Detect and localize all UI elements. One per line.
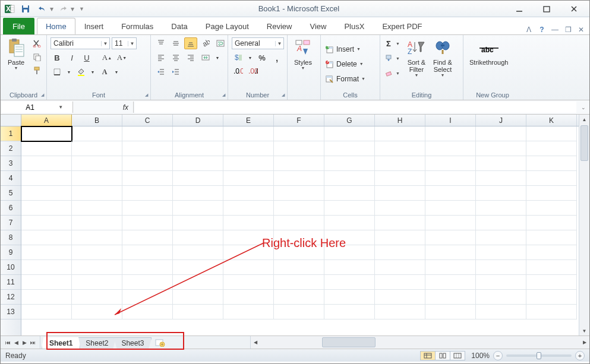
cell[interactable] [274, 171, 324, 186]
cell[interactable] [425, 171, 476, 186]
cell[interactable] [173, 260, 223, 275]
cell[interactable] [122, 171, 173, 186]
cell[interactable] [425, 275, 476, 290]
cell[interactable] [476, 216, 526, 230]
cell[interactable] [526, 156, 577, 171]
cell[interactable] [375, 245, 425, 260]
decrease-font-button[interactable]: A▼ [115, 52, 128, 64]
align-top-button[interactable] [154, 37, 168, 49]
cell[interactable] [375, 230, 425, 245]
cell[interactable] [526, 186, 577, 201]
copy-button[interactable] [30, 51, 43, 63]
autosum-button[interactable]: Σ▼ [384, 37, 400, 49]
align-middle-button[interactable] [169, 37, 182, 49]
cell[interactable] [223, 201, 274, 216]
cell[interactable] [173, 186, 223, 201]
cell[interactable] [122, 156, 173, 171]
cell[interactable] [324, 186, 375, 201]
insert-cells-button[interactable]: + Insert▼ [324, 43, 361, 55]
cell[interactable] [425, 201, 476, 216]
row-header[interactable]: 7 [1, 216, 21, 230]
cell[interactable] [476, 141, 526, 156]
cell[interactable] [223, 141, 274, 156]
sheet-tab-3[interactable]: Sheet3 [113, 337, 152, 349]
horizontal-scrollbar[interactable]: ◀ ▶ [250, 336, 589, 349]
save-button[interactable] [18, 3, 33, 15]
normal-view-button[interactable] [420, 351, 436, 360]
cell[interactable] [122, 201, 173, 216]
cell[interactable] [72, 230, 122, 245]
strikethrough-button[interactable]: abc Strikethrough [467, 37, 510, 67]
font-color-button[interactable]: A [98, 66, 111, 78]
cell[interactable] [274, 260, 324, 275]
row-header[interactable]: 4 [1, 171, 21, 186]
expand-formula-bar-icon[interactable]: ⌄ [578, 100, 589, 114]
row-header[interactable]: 5 [1, 186, 21, 201]
cell[interactable] [324, 305, 375, 319]
cell[interactable] [274, 216, 324, 230]
comma-button[interactable]: , [270, 52, 283, 64]
cell[interactable] [526, 201, 577, 216]
cell[interactable] [274, 156, 324, 171]
format-cells-button[interactable]: Format▼ [324, 73, 365, 85]
align-bottom-button[interactable] [184, 37, 197, 49]
undo-button[interactable] [35, 3, 49, 15]
cell[interactable] [21, 275, 72, 290]
increase-decimal-button[interactable]: .0.00 [232, 66, 245, 78]
zoom-slider[interactable] [506, 354, 572, 357]
cell[interactable] [375, 290, 425, 305]
help-icon[interactable]: ? [537, 25, 547, 34]
cell[interactable] [324, 216, 375, 230]
sheet-prev-icon[interactable]: ◀ [12, 340, 20, 346]
cell[interactable] [21, 216, 72, 230]
decrease-indent-button[interactable] [154, 66, 168, 78]
cell[interactable] [122, 230, 173, 245]
cell[interactable] [375, 141, 425, 156]
cut-button[interactable] [30, 37, 43, 49]
row-header[interactable]: 13 [1, 305, 21, 319]
cell[interactable] [72, 305, 122, 319]
name-box[interactable]: ▼ [2, 102, 73, 113]
tab-insert[interactable]: Insert [75, 18, 113, 34]
cell[interactable] [375, 126, 425, 141]
cell[interactable] [476, 126, 526, 141]
chevron-down-icon[interactable]: ▼ [58, 105, 67, 110]
file-tab[interactable]: File [3, 18, 34, 34]
row-header[interactable]: 9 [1, 245, 21, 260]
row-header[interactable]: 10 [1, 260, 21, 275]
column-header[interactable]: D [173, 115, 223, 126]
cell[interactable] [274, 305, 324, 319]
cell[interactable] [122, 216, 173, 230]
cell[interactable] [375, 186, 425, 201]
cell[interactable] [173, 141, 223, 156]
cell[interactable] [526, 216, 577, 230]
accounting-format-button[interactable]: $ [232, 52, 245, 64]
cell[interactable] [476, 290, 526, 305]
zoom-out-button[interactable]: − [493, 351, 503, 360]
row-header[interactable]: 12 [1, 290, 21, 305]
tab-review[interactable]: Review [258, 18, 301, 34]
increase-indent-button[interactable] [169, 66, 182, 78]
align-center-button[interactable] [169, 52, 182, 64]
cell[interactable] [425, 216, 476, 230]
select-all-corner[interactable] [1, 115, 21, 126]
cell[interactable] [173, 171, 223, 186]
cell[interactable] [173, 245, 223, 260]
vertical-scrollbar[interactable]: ▲ ▼ [579, 115, 589, 335]
cell[interactable] [173, 275, 223, 290]
bold-button[interactable]: B [51, 52, 64, 64]
column-header[interactable]: B [72, 115, 122, 126]
cell[interactable] [72, 126, 122, 141]
row-header[interactable]: 6 [1, 201, 21, 216]
qat-customize-icon[interactable]: ▼ [79, 6, 84, 12]
fill-color-button[interactable] [74, 66, 87, 78]
delete-cells-button[interactable]: × Delete▼ [324, 58, 364, 70]
cell[interactable] [122, 290, 173, 305]
cell[interactable] [122, 141, 173, 156]
cell[interactable] [526, 245, 577, 260]
sheet-tab-1[interactable]: Sheet1 [42, 337, 80, 349]
chevron-down-icon[interactable]: ▼ [247, 52, 254, 64]
cell[interactable] [324, 290, 375, 305]
borders-button[interactable] [51, 66, 64, 78]
tab-home[interactable]: Home [37, 18, 75, 34]
